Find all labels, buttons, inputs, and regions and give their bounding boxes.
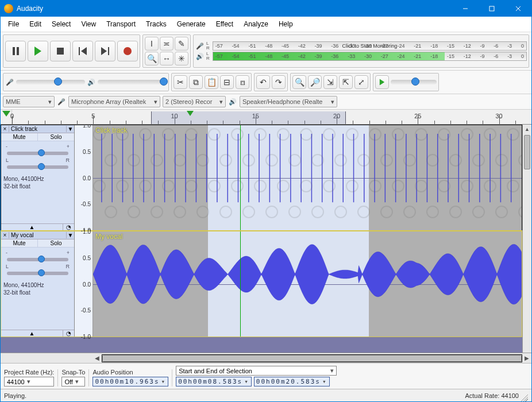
close-button[interactable]	[505, 1, 531, 17]
menu-generate[interactable]: Generate	[172, 18, 211, 30]
pan-slider[interactable]	[7, 165, 68, 169]
waveform[interactable]: My vocal	[93, 231, 522, 337]
envelope-tool[interactable]: ≍	[160, 37, 174, 51]
clock-icon[interactable]: ◔	[63, 330, 74, 337]
toolbars-row2: 🎤 🔊 ✂ ⧉ 📋 ⊟ ⧈ ↶ ↷ 🔍 🔎 ⇲ ⇱ ⤢	[1, 71, 531, 94]
tools-toolbar: I ≍ ✎ 🔍 ↔ ✳	[142, 34, 191, 68]
silence-button[interactable]: ⧈	[236, 75, 249, 89]
horizontal-scrollbar[interactable]: ◀ ▶	[1, 353, 531, 363]
waveform[interactable]: Click track	[93, 125, 522, 230]
cut-button[interactable]: ✂	[174, 75, 187, 89]
zoom-out-button[interactable]: 🔎	[308, 75, 322, 89]
speaker-icon: 🔊	[195, 52, 205, 61]
skip-start-button[interactable]	[72, 41, 93, 61]
fit-project-button[interactable]: ⇱	[339, 75, 353, 89]
zoom-in-button[interactable]: 🔍	[292, 75, 306, 89]
track-close-button[interactable]: ×	[1, 232, 9, 238]
multi-tool[interactable]: ✳	[175, 52, 188, 65]
collapse-button[interactable]: ▲	[1, 224, 63, 230]
draw-tool[interactable]: ✎	[175, 37, 188, 51]
maximize-button[interactable]	[479, 1, 505, 17]
paste-button[interactable]: 📋	[205, 75, 218, 89]
gain-slider[interactable]	[7, 152, 68, 155]
menu-file[interactable]: File	[3, 18, 24, 30]
timeshift-tool[interactable]: ↔	[160, 52, 174, 65]
selection-end[interactable]: 00h00m20.583s▾	[254, 377, 330, 386]
selection-toolbar: Project Rate (Hz): 44100▾ Snap-To Off▾ A…	[1, 363, 531, 389]
playatspeed-toolbar	[373, 73, 439, 91]
rec-meter-lr: LR	[206, 41, 210, 51]
track-name[interactable]: My vocal	[9, 231, 66, 239]
status-right: Actual Rate: 44100	[465, 392, 519, 399]
mute-button[interactable]: Mute	[1, 239, 38, 247]
mute-button[interactable]: Mute	[1, 133, 38, 141]
selection-mode-combo[interactable]: Start and End of Selection▾	[176, 366, 337, 376]
gain-slider[interactable]	[7, 258, 68, 261]
project-rate-combo[interactable]: 44100▾	[4, 377, 54, 386]
audio-position-label: Audio Position	[92, 369, 168, 376]
menu-transport[interactable]: Transport	[101, 18, 141, 30]
playback-meter[interactable]: -57-54-51-48-45-42-39-36-33-30-27-24-21-…	[213, 52, 527, 61]
track-close-button[interactable]: ×	[1, 126, 9, 132]
track-menu-button[interactable]: ▼	[66, 232, 74, 238]
stop-button[interactable]	[50, 41, 71, 61]
record-button[interactable]	[117, 41, 138, 61]
vertical-scrollbar[interactable]: ▲ ▼	[522, 125, 531, 353]
menu-view[interactable]: View	[76, 18, 101, 30]
skip-end-button[interactable]	[95, 41, 115, 61]
resize-grip[interactable]	[519, 392, 528, 401]
copy-button[interactable]: ⧉	[189, 75, 203, 89]
mixer-toolbar: 🎤 🔊	[3, 73, 169, 91]
toolbars: I ≍ ✎ 🔍 ↔ ✳ 🎤 LR -57-54-51-48-45-42-39-3…	[1, 32, 531, 71]
pan-slider[interactable]	[7, 272, 68, 275]
selection-tool[interactable]: I	[145, 37, 159, 51]
redo-button[interactable]: ↷	[272, 75, 286, 89]
rec-volume-icon: 🎤	[5, 78, 14, 87]
track-menu-button[interactable]: ▼	[66, 126, 74, 132]
menu-tracks[interactable]: Tracks	[141, 18, 172, 30]
app-icon	[4, 4, 13, 13]
recording-meter[interactable]: -57-54-51-48-45-42-39-36-33-30-27-24-21-…	[213, 41, 527, 51]
fit-selection-button[interactable]: ⇲	[323, 75, 337, 89]
play-at-speed-button[interactable]	[375, 75, 389, 89]
track-title-overlay: Click track	[95, 126, 127, 134]
transport-toolbar	[3, 34, 140, 68]
zoom-tool[interactable]: 🔍	[145, 52, 159, 65]
playback-device-combo[interactable]: Speaker/Headphone (Realte▾	[240, 96, 337, 107]
play-speed-slider[interactable]	[391, 80, 437, 84]
minimize-button[interactable]	[452, 1, 479, 17]
zoom-toolbar: 🔍 🔎 ⇲ ⇱ ⤢	[290, 73, 371, 91]
undo-button[interactable]: ↶	[256, 75, 270, 89]
watermark	[93, 125, 522, 230]
audio-host-combo[interactable]: MME▾	[3, 96, 55, 107]
recording-channels-combo[interactable]: 2 (Stereo) Recor▾	[163, 96, 226, 107]
track-control-panel: × Click track ▼ Mute Solo -+ LR Mono, 44…	[1, 125, 75, 230]
pause-button[interactable]	[5, 41, 26, 61]
trim-button[interactable]: ⊟	[220, 75, 234, 89]
track-title-overlay: My vocal	[95, 233, 122, 241]
play-button[interactable]	[28, 41, 48, 61]
menu-bar: FileEditSelectViewTransportTracksGenerat…	[1, 17, 531, 32]
snap-to-label: Snap-To	[61, 369, 85, 376]
playback-volume-slider[interactable]	[98, 80, 167, 84]
vertical-ruler[interactable]: 1.00.50.0-0.5-1.0	[75, 231, 93, 337]
track-name[interactable]: Click track	[9, 125, 66, 133]
timeline-ruler[interactable]: 051015202530	[1, 110, 531, 125]
recording-device-combo[interactable]: Microphone Array (Realtek▾	[68, 96, 160, 107]
menu-analyze[interactable]: Analyze	[238, 18, 273, 30]
solo-button[interactable]: Solo	[38, 133, 74, 141]
mic-icon: 🎤	[57, 97, 66, 106]
vertical-ruler[interactable]: 1.00.50.0-0.5-1.0	[75, 125, 93, 230]
menu-effect[interactable]: Effect	[211, 18, 238, 30]
menu-select[interactable]: Select	[47, 18, 76, 30]
clock-icon[interactable]: ◔	[63, 224, 74, 230]
selection-start[interactable]: 00h00m08.583s▾	[176, 377, 252, 386]
menu-help[interactable]: Help	[273, 18, 298, 30]
audio-position[interactable]: 00h00m10.963s▾	[92, 377, 168, 386]
menu-edit[interactable]: Edit	[24, 18, 47, 30]
zoom-toggle-button[interactable]: ⤢	[354, 75, 368, 89]
recording-volume-slider[interactable]	[16, 80, 85, 84]
collapse-button[interactable]: ▲	[1, 330, 63, 337]
snap-to-combo[interactable]: Off▾	[61, 377, 85, 386]
solo-button[interactable]: Solo	[38, 239, 74, 247]
